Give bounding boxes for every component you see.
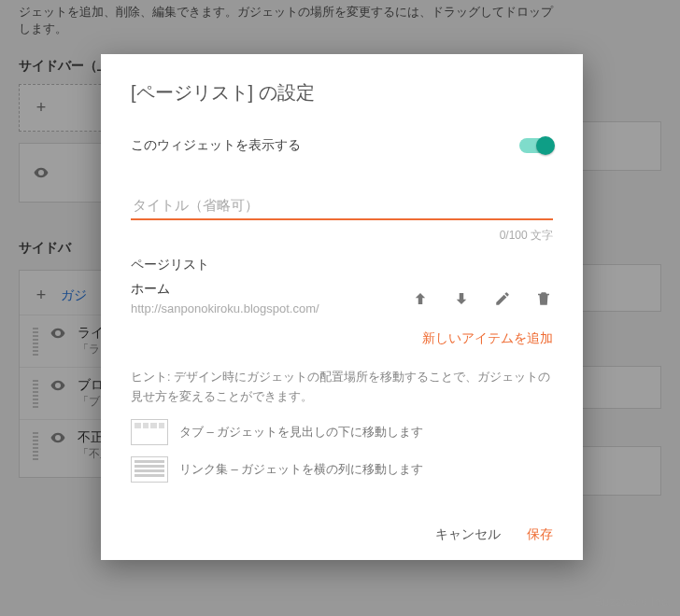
layout-option-list: リンク集 – ガジェットを横の列に移動します: [131, 456, 553, 483]
delete-button[interactable]: [534, 289, 553, 308]
add-item-link[interactable]: 新しいアイテムを追加: [131, 330, 553, 347]
show-widget-label: このウィジェットを表示する: [131, 137, 301, 154]
item-url: http://sanponokiroku.blogspot.com/: [131, 301, 411, 315]
cancel-button[interactable]: キャンセル: [435, 526, 501, 543]
modal-title: [ページリスト] の設定: [131, 80, 553, 105]
save-button[interactable]: 保存: [527, 526, 553, 543]
layout-hint-text: ヒント: デザイン時にガジェットの配置場所を移動することで、ガジェットの見せ方を…: [131, 368, 553, 408]
item-name: ホーム: [131, 281, 411, 298]
layout-option-tabs: タブ – ガジェットを見出しの下に移動します: [131, 419, 553, 445]
arrow-up-icon: [412, 290, 429, 307]
show-widget-toggle[interactable]: [519, 138, 553, 153]
move-down-button[interactable]: [452, 289, 471, 308]
arrow-down-icon: [453, 290, 470, 307]
page-list-label: ページリスト: [131, 257, 553, 273]
char-counter: 0/100 文字: [131, 228, 553, 244]
page-list-item: ホーム http://sanponokiroku.blogspot.com/: [131, 281, 553, 315]
trash-icon: [535, 290, 552, 307]
settings-modal: [ページリスト] の設定 このウィジェットを表示する 0/100 文字 ページリ…: [101, 54, 583, 560]
edit-button[interactable]: [493, 289, 512, 308]
toggle-knob: [536, 136, 555, 155]
watermark: Buzzword Inc.: [594, 595, 671, 609]
list-layout-icon: [131, 456, 168, 483]
pencil-icon: [494, 290, 511, 307]
move-up-button[interactable]: [411, 289, 430, 308]
tab-layout-icon: [131, 419, 168, 445]
widget-title-input[interactable]: [131, 191, 553, 220]
